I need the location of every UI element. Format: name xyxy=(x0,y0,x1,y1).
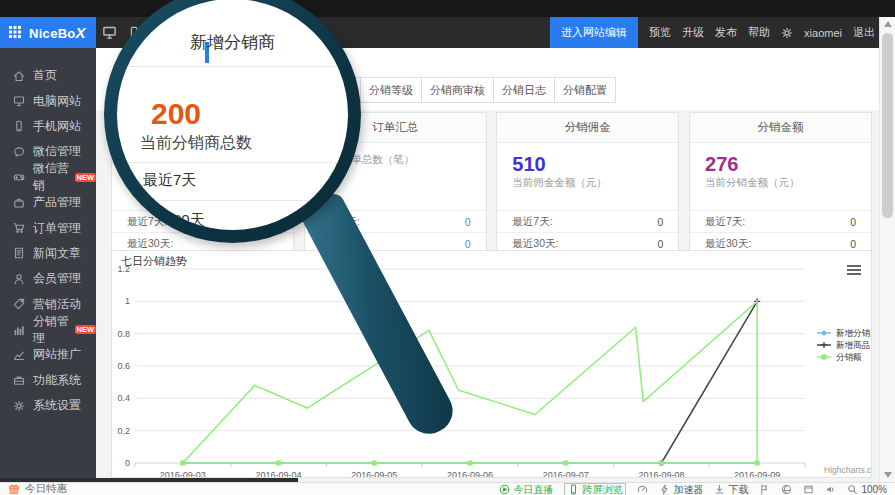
sidebar-item-4[interactable]: 微信营销NEW xyxy=(0,165,96,190)
speaker-icon xyxy=(825,484,836,495)
statusbar-item-今日直播[interactable]: 今日直播 xyxy=(499,484,553,495)
desktop-preview-icon[interactable] xyxy=(102,25,117,40)
svg-text:新增商品: 新增商品 xyxy=(836,340,870,350)
card-caption: 当前订单总数（笔） xyxy=(320,153,486,167)
sidebar-item-1[interactable]: 电脑网站 xyxy=(0,88,96,113)
statusbar-item-下载[interactable]: 下载 xyxy=(714,484,748,495)
svg-text:0.4: 0.4 xyxy=(117,393,130,403)
trend-icon xyxy=(13,349,25,361)
tab-3[interactable]: 分销日志 xyxy=(493,77,555,103)
sidebar-item-label: 手机网站 xyxy=(33,118,81,135)
sidebar-item-6[interactable]: 订单管理 xyxy=(0,215,96,240)
card-caption: 当前分销金额（元） xyxy=(705,176,871,190)
settings-gear-icon[interactable] xyxy=(781,27,793,39)
logout-link[interactable]: 退出 xyxy=(853,25,875,40)
card-row-label: 最近30天: xyxy=(320,237,366,251)
scroll-down-arrow[interactable] xyxy=(884,472,892,478)
legend-item[interactable]: 新增商品 xyxy=(817,340,870,350)
vertical-scrollbar[interactable] xyxy=(879,17,895,482)
tab-bar: 分销产品分销等级分销商审核分销日志分销配置 xyxy=(300,77,616,103)
sidebar-item-13[interactable]: 系统设置 xyxy=(0,393,96,418)
sidebar-item-label: 产品管理 xyxy=(33,194,81,211)
speaker-icon xyxy=(825,484,836,495)
mobile-preview-icon[interactable] xyxy=(127,26,141,40)
card-title: 分销佣金 xyxy=(497,113,678,143)
tag-icon xyxy=(13,298,25,310)
window-icon xyxy=(803,484,814,495)
statusbar-item-speaker-icon[interactable] xyxy=(825,484,836,495)
browser-status-bar: 今日特惠 今日直播跨屏浏览加速器下载100% xyxy=(0,482,895,495)
tab-1[interactable]: 分销等级 xyxy=(360,77,422,103)
nav-menu-item[interactable]: 升级 xyxy=(682,25,704,40)
window-icon xyxy=(803,484,814,495)
trend-icon xyxy=(13,349,25,361)
sidebar-item-11[interactable]: 网站推广 xyxy=(0,342,96,367)
nav-menu-item[interactable]: 预览 xyxy=(649,25,671,40)
cart-icon xyxy=(13,222,25,234)
card-row-label: 最近7天: xyxy=(705,215,745,229)
svg-text:新增分销商: 新增分销商 xyxy=(836,328,871,338)
sidebar-item-label: 电脑网站 xyxy=(33,93,81,110)
tab-4[interactable]: 分销配置 xyxy=(554,77,616,103)
logo[interactable]: NiceBoX xyxy=(0,17,96,48)
sidebar-item-label: 网站推广 xyxy=(33,346,81,363)
statusbar-item-加速器[interactable]: 加速器 xyxy=(659,484,703,495)
barchart-icon xyxy=(13,324,25,336)
card-row-value: 0 xyxy=(657,238,663,250)
card-caption: 当前佣金金额（元） xyxy=(512,176,678,190)
statusbar-item-gauge-icon[interactable] xyxy=(637,484,648,495)
sidebar-item-12[interactable]: 功能系统 xyxy=(0,368,96,393)
statusbar-item-flag-icon[interactable] xyxy=(759,484,770,495)
logo-text: NiceBoX xyxy=(29,24,86,41)
todays-deal-label: 今日特惠 xyxy=(25,482,67,495)
statusbar-item-跨屏浏览[interactable]: 跨屏浏览 xyxy=(564,483,626,495)
sidebar-item-2[interactable]: 手机网站 xyxy=(0,114,96,139)
sidebar-item-10[interactable]: 分销管理NEW xyxy=(0,317,96,342)
gear-icon xyxy=(13,400,25,412)
nav-menu-item[interactable]: 发布 xyxy=(715,25,737,40)
scrollbar-thumb[interactable] xyxy=(882,33,893,218)
nav-menu-item[interactable]: 帮助 xyxy=(748,25,770,40)
sidebar-item-label: 功能系统 xyxy=(33,372,81,389)
card-row-value: 0 xyxy=(657,216,663,228)
mobile-icon xyxy=(13,120,25,132)
sidebar-item-0[interactable]: 首页 xyxy=(0,63,96,88)
tab-0[interactable]: 分销产品 xyxy=(299,77,361,103)
sidebar-item-5[interactable]: 产品管理 xyxy=(0,190,96,215)
card-title: 分销金额 xyxy=(690,113,871,143)
sidebar-item-8[interactable]: 会员管理 xyxy=(0,266,96,291)
username[interactable]: xiaomei xyxy=(804,27,842,39)
sidebar-item-label: 系统设置 xyxy=(33,397,81,414)
play-icon xyxy=(499,484,510,495)
svg-text:0.2: 0.2 xyxy=(117,426,130,436)
briefcase-icon xyxy=(13,197,25,209)
card-row-value: 0 xyxy=(850,216,856,228)
enter-site-edit-button[interactable]: 进入网站编辑 xyxy=(550,17,638,48)
sidebar-item-label: 首页 xyxy=(33,67,57,84)
desktop-icon xyxy=(102,25,117,40)
document-icon xyxy=(13,247,25,259)
user-icon xyxy=(13,273,25,285)
tab-2[interactable]: 分销商审核 xyxy=(421,77,494,103)
statusbar-item-window-icon[interactable] xyxy=(803,484,814,495)
chart-menu-button[interactable] xyxy=(847,265,861,275)
sidebar-item-7[interactable]: 新闻文章 xyxy=(0,241,96,266)
lightning-icon xyxy=(659,484,670,495)
statusbar-item-browser-icon[interactable] xyxy=(781,484,792,495)
new-badge: NEW xyxy=(75,173,97,182)
sidebar-item-label: 营销活动 xyxy=(33,296,81,313)
todays-deal[interactable]: 今日特惠 xyxy=(8,482,67,495)
apps-grid-icon[interactable] xyxy=(9,26,22,39)
legend-item[interactable]: 新增分销商 xyxy=(817,328,871,338)
sidebar-item-label: 会员管理 xyxy=(33,270,81,287)
scroll-up-arrow[interactable] xyxy=(884,21,892,27)
gauge-icon xyxy=(637,484,648,495)
legend-item[interactable]: 分销额 xyxy=(817,352,862,362)
briefcase-icon xyxy=(13,197,25,209)
statusbar-item-100%[interactable]: 100% xyxy=(847,484,887,495)
svg-text:2016-09-06: 2016-09-06 xyxy=(447,470,493,477)
card-row: 最近7天:0 xyxy=(690,210,871,232)
card-row-value: 0 xyxy=(850,238,856,250)
svg-text:1: 1 xyxy=(125,296,130,306)
document-icon xyxy=(13,247,25,259)
